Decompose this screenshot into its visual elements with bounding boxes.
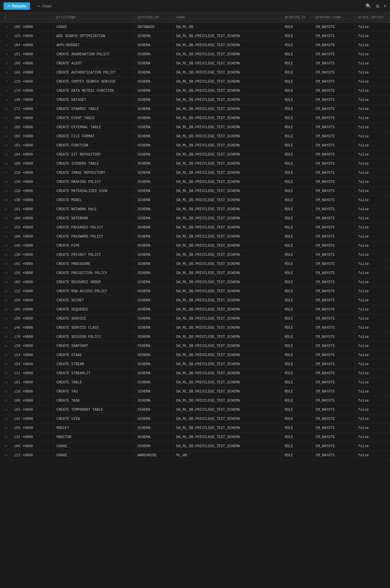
col-header-grant-option[interactable]: grant_option [355, 12, 390, 23]
cell-rownum: 31 [0, 296, 11, 305]
cell-rownum: 2 [0, 32, 11, 41]
cell-granted-to: ROLE [281, 59, 312, 68]
results-tab[interactable]: ↩ Results [4, 2, 30, 10]
cell-granted-on: SCHEMA [135, 378, 173, 387]
cell-privilege: CREATE TEMPORARY TABLE [53, 405, 134, 415]
cell-timestamp: i64 +0000 [11, 150, 54, 159]
cell-privilege: CREATE ROW ACCESS POLICY [53, 287, 134, 296]
columns-icon[interactable]: ⊞ [376, 3, 379, 9]
cell-grantee-name: CM_NAYUTS [312, 150, 355, 159]
col-header-granted-on[interactable]: granted_on [135, 12, 173, 23]
cell-granted-to: ROLE [281, 68, 312, 77]
cell-grantee-name: CM_NAYUTS [312, 433, 355, 442]
col-header-privilege[interactable]: privilege [53, 12, 134, 23]
table-row: 1 i95 +0000 USAGE DATABASE DA_ML_DB ROLE… [0, 23, 390, 32]
cell-name: DA_ML_DB.PRIVILEGE_TEST_SCHEMA [173, 351, 281, 360]
cell-name: DA_ML_DB.PRIVILEGE_TEST_SCHEMA [173, 223, 281, 232]
cell-grant-option: false [355, 205, 390, 214]
cell-privilege: CREATE SNAPSHOT [53, 342, 134, 351]
cell-rownum: 42 [0, 396, 11, 405]
cell-grantee-name: CM_NAYUTS [312, 141, 355, 150]
cell-granted-to: ROLE [281, 296, 312, 305]
cell-grant-option: false [355, 168, 390, 178]
cell-rownum: 38 [0, 360, 11, 369]
table-row: 6 i84 +0000 CREATE AUTHENTICATION POLICY… [0, 68, 390, 77]
cell-granted-to: ROLE [281, 232, 312, 241]
cell-timestamp: i48 +0000 [11, 241, 54, 250]
table-row: 25 i48 +0000 CREATE PIPE SCHEMA DA_ML_DB… [0, 241, 390, 250]
search-icon[interactable]: 🔍 [366, 3, 371, 9]
cell-granted-on: SCHEMA [135, 342, 173, 351]
cell-granted-to: ROLE [281, 250, 312, 260]
cell-name: DA_ML_DB.PRIVILEGE_TEST_SCHEMA [173, 50, 281, 59]
cell-granted-on: SCHEMA [135, 232, 173, 241]
cell-name: DA_ML_DB.PRIVILEGE_TEST_SCHEMA [173, 433, 281, 442]
cell-granted-on: SCHEMA [135, 159, 173, 168]
cell-privilege: CREATE AUTHENTICATION POLICY [53, 68, 134, 77]
cell-granted-to: ROLE [281, 241, 312, 250]
cell-granted-on: SCHEMA [135, 278, 173, 287]
table-row: 41 i18 +0000 CREATE TAG SCHEMA DA_ML_DB.… [0, 387, 390, 396]
cell-grant-option: false [355, 333, 390, 342]
cell-name: DA_ML_DB.PRIVILEGE_TEST_SCHEMA [173, 86, 281, 96]
cell-grant-option: false [355, 369, 390, 378]
cell-grantee-name: CM_NAYUTS [312, 168, 355, 178]
cell-rownum: 28 [0, 269, 11, 278]
cell-timestamp: i06 +0000 [11, 59, 54, 68]
cell-granted-to: ROLE [281, 168, 312, 178]
cell-privilege: MONITOR [53, 433, 134, 442]
cell-timestamp: i68 +0000 [11, 214, 54, 223]
cell-privilege: MODIFY [53, 424, 134, 433]
results-tab-label: Results [12, 4, 26, 8]
table-row: 39 i11 +0000 CREATE STREAMLIT SCHEMA DA_… [0, 369, 390, 378]
col-header-granted-to[interactable]: granted_to [281, 12, 312, 23]
cell-grantee-name: CM_NAYUTS [312, 159, 355, 168]
cell-granted-to: ROLE [281, 424, 312, 433]
table-row: 45 i55 +0000 MODIFY SCHEMA DA_ML_DB.PRIV… [0, 424, 390, 433]
cell-granted-on: SCHEMA [135, 260, 173, 269]
download-icon[interactable]: ⬇ [384, 3, 386, 9]
chart-tab[interactable]: 〜 Chart [32, 2, 56, 10]
cell-granted-on: SCHEMA [135, 241, 173, 250]
cell-timestamp: i11 +0000 [11, 369, 54, 378]
cell-name: DA_ML_DB.PRIVILEGE_TEST_SCHEMA [173, 132, 281, 141]
cell-grantee-name: CM_NAYUTS [312, 378, 355, 387]
cell-grantee-name: CM_NAYUTS [312, 287, 355, 296]
cell-grantee-name: CM_NAYUTS [312, 77, 355, 86]
cell-grant-option: false [355, 41, 390, 50]
cell-name: DA_ML_DB.PRIVILEGE_TEST_SCHEMA [173, 278, 281, 287]
cell-privilege: CREATE TASK [53, 396, 134, 405]
cell-grant-option: false [355, 59, 390, 68]
cell-granted-to: ROLE [281, 260, 312, 269]
cell-grantee-name: CM_NAYUTS [312, 105, 355, 114]
cell-granted-on: SCHEMA [135, 41, 173, 50]
cell-grant-option: false [355, 278, 390, 287]
cell-name: DA_ML_DB.PRIVILEGE_TEST_SCHEMA [173, 415, 281, 424]
cell-grant-option: false [355, 351, 390, 360]
table-row: 44 i42 +0000 CREATE VIEW SCHEMA DA_ML_DB… [0, 415, 390, 424]
cell-granted-on: SCHEMA [135, 168, 173, 178]
cell-timestamp: i59 +0000 [11, 314, 54, 323]
cell-rownum: 16 [0, 159, 11, 168]
cell-granted-to: ROLE [281, 415, 312, 424]
cell-granted-to: ROLE [281, 196, 312, 205]
cell-grant-option: false [355, 159, 390, 168]
cell-granted-to: ROLE [281, 323, 312, 333]
cell-privilege: CREATE FUNCTION [53, 141, 134, 150]
cell-grant-option: false [355, 214, 390, 223]
cell-rownum: 10 [0, 105, 11, 114]
col-header-name[interactable]: name [173, 12, 281, 23]
cell-granted-on: SCHEMA [135, 50, 173, 59]
cell-granted-to: ROLE [281, 351, 312, 360]
cell-grantee-name: CM_NAYUTS [312, 232, 355, 241]
cell-name: DA_ML_DB.PRIVILEGE_TEST_SCHEMA [173, 269, 281, 278]
col-header-grantee-name[interactable]: grantee_name [312, 12, 355, 23]
table-row: 37 i14 +0000 CREATE STAGE SCHEMA DA_ML_D… [0, 351, 390, 360]
cell-timestamp: i39 +0000 [11, 342, 54, 351]
cell-grantee-name: CM_NAYUTS [312, 196, 355, 205]
cell-grant-option: false [355, 96, 390, 105]
cell-grant-option: false [355, 23, 390, 32]
col-header-timestamp[interactable] [11, 12, 54, 23]
cell-rownum: 47 [0, 442, 11, 451]
cell-granted-to: ROLE [281, 32, 312, 41]
